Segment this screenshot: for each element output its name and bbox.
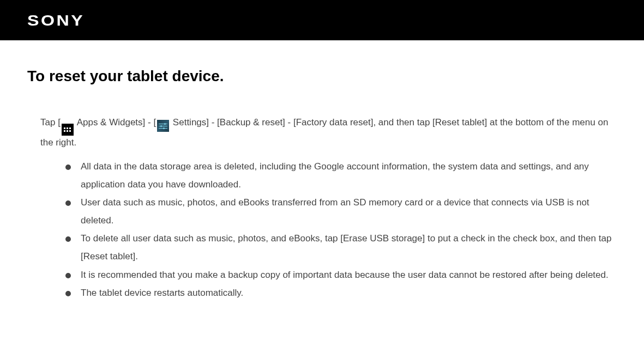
list-item: It is recommended that you make a backup…: [65, 266, 617, 284]
apps-widgets-icon: [62, 116, 74, 128]
list-item: All data in the data storage area is del…: [65, 157, 617, 193]
intro-text-1: Tap [: [40, 117, 61, 127]
page-title: To reset your tablet device.: [27, 68, 617, 85]
sony-logo: SONY: [27, 12, 85, 29]
list-item: User data such as music, photos, and eBo…: [65, 193, 617, 229]
bullet-list: All data in the data storage area is del…: [65, 157, 617, 302]
list-item: To delete all user data such as music, p…: [65, 229, 617, 265]
intro-paragraph: Tap [ Apps & Widgets] - [ Settings] - [B…: [40, 112, 617, 153]
header-bar: SONY: [0, 0, 644, 40]
list-item: The tablet device restarts automatically…: [65, 284, 617, 302]
intro-text-2: Apps & Widgets] - [: [75, 117, 156, 127]
settings-icon: [157, 116, 169, 128]
content-area: To reset your tablet device. Tap [ Apps …: [0, 40, 644, 313]
